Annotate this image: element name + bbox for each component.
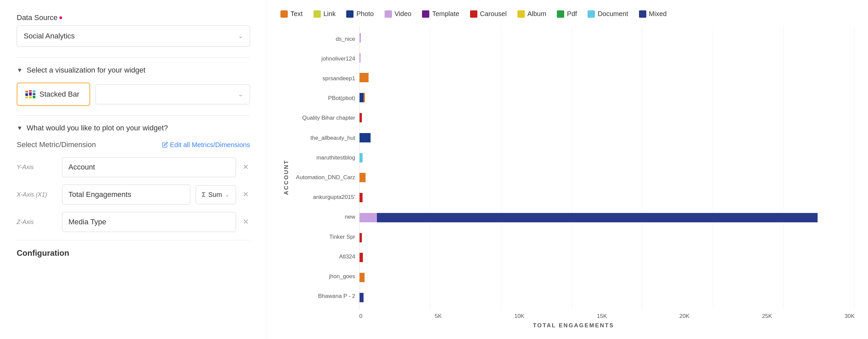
metric-section-title: What would you like to plot on your widg… (27, 124, 168, 132)
bar-row (360, 293, 855, 302)
y-axis-input[interactable]: Account (62, 157, 236, 177)
y-tick-label: Automation_DND_Carz (292, 171, 359, 183)
data-source-value: Social Analytics (24, 32, 75, 40)
legend-label: Link (323, 10, 336, 18)
y-axis-clear-button[interactable]: ✕ (241, 162, 250, 173)
bar-row (360, 113, 855, 122)
y-tick-label: PBot(pbot) (292, 92, 359, 104)
y-axis-row: Y-Axis Account ✕ (17, 157, 250, 177)
bar-segment (360, 133, 371, 142)
x-tick-label: 10K (514, 313, 524, 320)
agg-chevron-icon: ⌄ (225, 191, 230, 198)
legend-item: Mixed (639, 10, 667, 18)
legend-item: Pdf (557, 10, 577, 18)
legend-color-swatch (313, 10, 321, 18)
left-panel: Data Source Social Analytics ⌄ ▼ Select … (0, 0, 267, 339)
bar-row (360, 273, 855, 282)
legend-item: Carousel (470, 10, 507, 18)
z-axis-input[interactable]: Media Type (62, 212, 236, 232)
x-axis-agg-label: Sum (208, 191, 222, 199)
bar-row (360, 93, 855, 102)
grid-line (501, 26, 572, 310)
bar-segment (360, 293, 364, 302)
viz-selector-box[interactable]: Stacked Bar (17, 83, 90, 106)
y-tick-label: sprsandeep1 (292, 73, 359, 85)
bar-segment (360, 93, 364, 102)
x-tick-label: 20K (679, 313, 689, 320)
x-axis-input[interactable]: Total Engagements (62, 185, 190, 205)
x-axis-clear-button[interactable]: ✕ (241, 189, 250, 200)
required-dot (59, 17, 62, 19)
legend-item: Document (588, 10, 628, 18)
bar-row (360, 233, 855, 243)
data-source-select[interactable]: Social Analytics ⌄ (17, 25, 250, 47)
bar-segment (360, 73, 369, 82)
legend-item: Photo (346, 10, 374, 18)
data-source-section: Data Source Social Analytics ⌄ (17, 13, 250, 47)
x-axis-chart-title: TOTAL ENGAGEMENTS (292, 320, 855, 329)
z-axis-value: Media Type (68, 218, 106, 226)
legend-color-swatch (346, 10, 353, 18)
legend-color-swatch (557, 10, 564, 18)
bar-row (360, 73, 855, 82)
y-tick-label: new (292, 211, 359, 223)
bar-row (360, 153, 855, 163)
y-tick-label: maruthitestblog (292, 152, 359, 164)
x-tick-label: 25K (762, 313, 772, 320)
grid-line (430, 26, 501, 310)
bar-row (360, 33, 855, 43)
bar-segment (377, 213, 817, 222)
x-tick-label: 0 (359, 313, 362, 320)
viz-dropdown[interactable]: ⌄ (95, 84, 250, 104)
y-tick-label: Atl324 (292, 251, 359, 263)
grid-line (572, 26, 643, 310)
bar-row (360, 253, 855, 262)
bar-segment (360, 113, 362, 122)
y-tick-label: the_allbeauty_hut (292, 132, 359, 144)
x-tick-label: 30K (845, 313, 855, 320)
stacked-bar-chart-icon (25, 90, 35, 98)
y-axis-labels: ds_nicejohnoliver124sprsandeep1PBot(pbot… (292, 26, 359, 310)
divider-1 (17, 57, 250, 58)
legend-color-swatch (639, 10, 646, 18)
bars-container (359, 26, 855, 310)
bar-segment (360, 33, 361, 43)
grid-line (713, 26, 784, 310)
edit-link-label: Edit all Metrics/Dimensions (170, 141, 250, 149)
chevron-down-icon: ⌄ (238, 32, 243, 40)
legend-label: Mixed (649, 10, 667, 18)
x-axis-labels: 05K10K15K20K25K30K (292, 310, 855, 320)
edit-icon (162, 142, 168, 148)
viz-section-header: ▼ Select a visualization for your widget (17, 66, 250, 75)
legend-color-swatch (280, 10, 288, 18)
z-axis-row: Z-Axis Media Type ✕ (17, 212, 250, 232)
z-axis-clear-button[interactable]: ✕ (241, 216, 250, 228)
x-axis-aggregation-select[interactable]: Σ Sum ⌄ (196, 185, 236, 204)
legend-item: Album (518, 10, 547, 18)
bars-area: ds_nicejohnoliver124sprsandeep1PBot(pbot… (292, 26, 855, 310)
y-axis-chart-label: ACCOUNT (280, 26, 292, 329)
z-axis-label: Z-Axis (17, 219, 57, 226)
y-axis-label: Y-Axis (17, 164, 57, 171)
legend-item: Text (280, 10, 303, 18)
triangle-icon-2: ▼ (17, 125, 23, 132)
legend-label: Carousel (480, 10, 507, 18)
edit-metrics-link[interactable]: Edit all Metrics/Dimensions (162, 141, 250, 149)
x-tick-label: 5K (435, 313, 442, 320)
legend-label: Photo (356, 10, 374, 18)
bar-segment (360, 173, 366, 182)
divider-3 (17, 240, 250, 241)
y-tick-label: jhon_goes (292, 271, 359, 283)
grid-line (784, 26, 855, 310)
y-tick-label: ankurgupta2015' (292, 191, 359, 203)
grid-line (360, 26, 430, 310)
bar-row (360, 193, 855, 202)
y-tick-label: ds_nice (292, 33, 359, 45)
y-tick-label: johnoliver124 (292, 53, 359, 65)
data-source-label-row: Data Source (17, 13, 250, 22)
bar-segment (360, 193, 363, 202)
bar-segment (364, 93, 365, 102)
x-axis-value: Total Engagements (68, 190, 131, 199)
grid-lines (360, 26, 855, 310)
metric-header: Select Metric/Dimension Edit all Metrics… (17, 140, 250, 149)
